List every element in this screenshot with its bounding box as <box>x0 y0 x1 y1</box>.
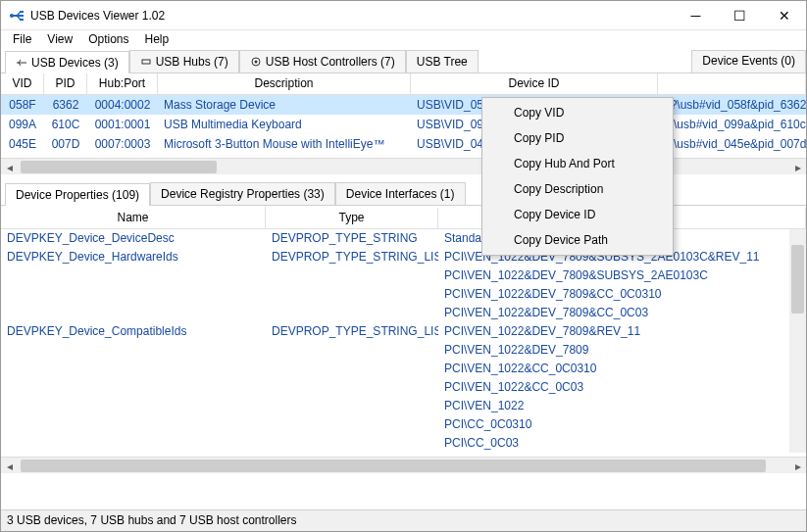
scroll-right-icon[interactable]: ▸ <box>789 458 806 474</box>
prop-value: PCI\VEN_1022&DEV_7809&CC_0C0310 <box>438 285 806 304</box>
tab-device-interfaces[interactable]: Device Interfaces (1) <box>335 182 466 205</box>
prop-type <box>266 360 438 378</box>
property-row[interactable]: DEVPKEY_Device_CompatibleIdsDEVPROP_TYPE… <box>1 322 806 341</box>
lower-tabs: Device Properties (109) Device Registry … <box>1 182 806 206</box>
device-table: VID PID Hub:Port Description Device ID 0… <box>1 73 806 154</box>
menu-options[interactable]: Options <box>80 30 136 50</box>
prop-name <box>1 378 266 397</box>
tab-device-properties[interactable]: Device Properties (109) <box>5 183 150 206</box>
scroll-left-icon[interactable]: ◂ <box>1 458 18 474</box>
device-events-button[interactable]: Device Events (0) <box>691 50 806 73</box>
prop-value: PCI\VEN_1022&CC_0C03 <box>438 378 806 397</box>
property-row[interactable]: PCI\CC_0C03 <box>1 434 806 453</box>
col-prop-type[interactable]: Type <box>266 208 438 228</box>
prop-value: PCI\VEN_1022&CC_0C0310 <box>438 360 806 378</box>
tab-usb-hubs[interactable]: USB Hubs (7) <box>129 50 239 73</box>
tab-usb-devices[interactable]: USB Devices (3) <box>5 51 129 73</box>
menu-view[interactable]: View <box>39 30 80 50</box>
cell-device-path: \\?\usb#vid_058f&pid_6362#05 <box>658 96 806 114</box>
table-row[interactable]: 045E007D0007:0003Microsoft 3-Button Mous… <box>1 134 806 154</box>
col-description[interactable]: Description <box>158 73 411 94</box>
col-rest[interactable] <box>658 73 806 94</box>
horizontal-scrollbar[interactable]: ◂ ▸ <box>1 158 806 174</box>
prop-type <box>266 285 438 304</box>
tab-host-controllers[interactable]: USB Host Controllers (7) <box>239 50 406 73</box>
property-row[interactable]: DEVPKEY_Device_DeviceDescDEVPROP_TYPE_ST… <box>1 229 806 248</box>
gear-icon <box>250 56 262 68</box>
svg-point-1 <box>10 14 14 18</box>
cell-vid: 045E <box>1 135 44 153</box>
svg-point-8 <box>254 61 257 64</box>
col-hubport[interactable]: Hub:Port <box>87 73 158 94</box>
hub-icon <box>140 56 152 68</box>
cell-description: Microsoft 3-Button Mouse with IntelliEye… <box>158 135 411 153</box>
prop-value: PCI\VEN_1022&DEV_7809&SUBSYS_2AE0103C <box>438 266 806 285</box>
col-pid[interactable]: PID <box>44 73 87 94</box>
close-button[interactable]: ✕ <box>762 1 806 30</box>
prop-value: PCI\VEN_1022&DEV_7809&CC_0C03 <box>438 304 806 322</box>
prop-type: DEVPROP_TYPE_STRING <box>266 229 438 248</box>
window-title: USB Devices Viewer 1.02 <box>30 9 674 23</box>
prop-name: DEVPKEY_Device_DeviceDesc <box>1 229 266 248</box>
table-row[interactable]: 099A610C0001:0001USB Multimedia Keyboard… <box>1 115 806 134</box>
tab-label: USB Devices (3) <box>31 56 119 70</box>
col-vid[interactable]: VID <box>1 73 44 94</box>
prop-name <box>1 397 266 415</box>
prop-name: DEVPKEY_Device_HardwareIds <box>1 248 266 266</box>
horizontal-scrollbar-lower[interactable]: ◂ ▸ <box>1 457 806 473</box>
property-row[interactable]: PCI\VEN_1022&DEV_7809&SUBSYS_2AE0103C <box>1 266 806 285</box>
cell-description: Mass Storage Device <box>158 96 411 114</box>
cell-pid: 007D <box>44 135 87 153</box>
property-row[interactable]: PCI\VEN_1022&DEV_7809&CC_0C03 <box>1 304 806 322</box>
property-row[interactable]: PCI\CC_0C0310 <box>1 415 806 434</box>
prop-name <box>1 266 266 285</box>
titlebar: USB Devices Viewer 1.02 ─ ☐ ✕ <box>1 1 806 30</box>
tab-label: USB Host Controllers (7) <box>266 55 395 69</box>
prop-name <box>1 304 266 322</box>
scroll-thumb[interactable] <box>791 245 804 314</box>
cell-device-path: \?\usb#vid_099a&pid_610c#5& <box>658 116 806 133</box>
table-row[interactable]: 058F63620004:0002Mass Storage DeviceUSB\… <box>1 95 806 115</box>
prop-type <box>266 434 438 453</box>
menu-help[interactable]: Help <box>137 30 177 50</box>
context-menu-item[interactable]: Copy PID <box>484 125 671 151</box>
usb-icon <box>16 57 27 69</box>
context-menu-item[interactable]: Copy Device ID <box>484 202 671 227</box>
tab-usb-tree[interactable]: USB Tree <box>406 50 479 73</box>
upper-tabs: USB Devices (3) USB Hubs (7) USB Host Co… <box>1 50 806 73</box>
context-menu-item[interactable]: Copy VID <box>484 100 671 125</box>
maximize-button[interactable]: ☐ <box>718 1 762 30</box>
prop-name: DEVPKEY_Device_CompatibleIds <box>1 322 266 341</box>
cell-pid: 6362 <box>44 96 87 114</box>
prop-value: PCI\VEN_1022&DEV_7809 <box>438 341 806 360</box>
status-bar: 3 USB devices, 7 USB hubs and 7 USB host… <box>1 509 806 531</box>
property-row[interactable]: PCI\VEN_1022&CC_0C03 <box>1 378 806 397</box>
context-menu-item[interactable]: Copy Hub And Port <box>484 151 671 176</box>
cell-description: USB Multimedia Keyboard <box>158 116 411 133</box>
context-menu-item[interactable]: Copy Device Path <box>484 227 671 253</box>
minimize-button[interactable]: ─ <box>674 1 718 30</box>
property-row[interactable]: DEVPKEY_Device_HardwareIdsDEVPROP_TYPE_S… <box>1 248 806 266</box>
scroll-thumb[interactable] <box>21 161 217 173</box>
col-device-id[interactable]: Device ID <box>411 73 658 94</box>
scroll-thumb[interactable] <box>21 459 766 472</box>
prop-type <box>266 378 438 397</box>
cell-vid: 058F <box>1 96 44 114</box>
col-prop-name[interactable]: Name <box>1 208 266 228</box>
vertical-scrollbar[interactable] <box>789 229 806 453</box>
menu-file[interactable]: File <box>5 30 39 50</box>
context-menu-item[interactable]: Copy Description <box>484 176 671 202</box>
property-row[interactable]: PCI\VEN_1022&DEV_7809 <box>1 341 806 360</box>
svg-rect-6 <box>142 60 150 64</box>
prop-type: DEVPROP_TYPE_STRING_LIST <box>266 248 438 266</box>
cell-pid: 610C <box>44 116 87 133</box>
property-row[interactable]: PCI\VEN_1022&CC_0C0310 <box>1 360 806 378</box>
scroll-left-icon[interactable]: ◂ <box>1 159 18 175</box>
property-row[interactable]: PCI\VEN_1022&DEV_7809&CC_0C0310 <box>1 285 806 304</box>
scroll-right-icon[interactable]: ▸ <box>789 159 806 175</box>
prop-name <box>1 341 266 360</box>
prop-type: DEVPROP_TYPE_STRING_LIST <box>266 322 438 341</box>
app-icon <box>9 8 25 24</box>
property-row[interactable]: PCI\VEN_1022 <box>1 397 806 415</box>
tab-registry-properties[interactable]: Device Registry Properties (33) <box>150 182 335 205</box>
